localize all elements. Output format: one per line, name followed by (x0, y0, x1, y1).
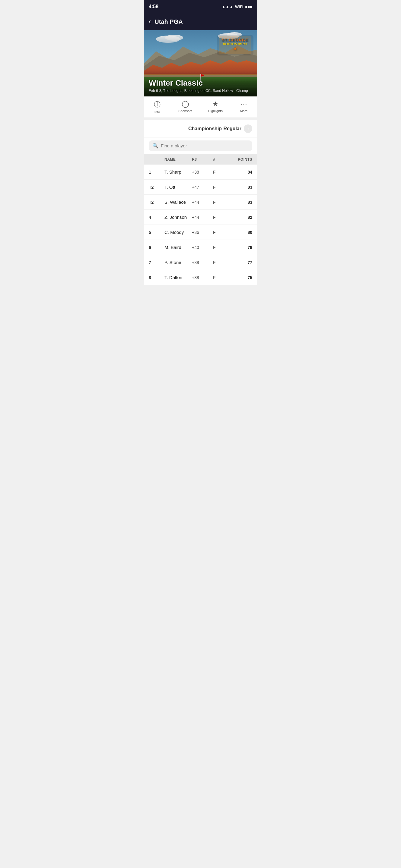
status-bar: 4:58 ▲▲▲ WiFi ■■■ (144, 0, 257, 13)
back-button[interactable]: ‹ (149, 18, 151, 26)
player-rank: T2 (149, 185, 165, 190)
player-rank: 1 (149, 170, 165, 175)
player-holes: F (213, 215, 228, 220)
hero-image: ST.GEORGE RedRockGolfTrail ☀ Winter Clas… (144, 30, 257, 96)
player-holes: F (213, 185, 228, 190)
player-rank: 7 (149, 260, 165, 265)
player-points: 80 (228, 230, 252, 235)
player-name: T. Sharp (165, 169, 192, 175)
championship-header: Championship-Regular › (144, 120, 257, 137)
logo-tagline: RedRockGolfTrail (222, 42, 249, 45)
col-holes: # (213, 157, 228, 161)
player-score: +40 (192, 245, 213, 250)
player-points: 83 (228, 185, 252, 190)
tab-more-label: More (240, 109, 248, 113)
table-row[interactable]: 5 C. Moody +36 F 80 (144, 225, 257, 240)
player-name: C. Moody (165, 230, 192, 235)
search-input[interactable] (161, 143, 249, 148)
player-points: 78 (228, 245, 252, 250)
tab-highlights[interactable]: ★ Highlights (205, 99, 226, 115)
table-row[interactable]: T2 S. Wallace +44 F 83 (144, 195, 257, 210)
col-r3: R3 (192, 157, 213, 161)
nav-tabs: ⓘ Info ◯ Sponsors ★ Highlights ⋯ More (144, 96, 257, 118)
signal-icon: ▲▲▲ (222, 4, 233, 9)
event-overlay: Winter Classic Feb 6-8, The Ledges, Bloo… (144, 72, 257, 96)
table-row[interactable]: T2 T. Ott +47 F 83 (144, 180, 257, 195)
table-row[interactable]: 1 T. Sharp +38 F 84 (144, 164, 257, 180)
table-row[interactable]: 6 M. Baird +40 F 78 (144, 240, 257, 255)
player-points: 77 (228, 260, 252, 265)
player-holes: F (213, 245, 228, 250)
player-name: P. Stone (165, 260, 192, 265)
col-points: POINTS (228, 157, 252, 161)
player-name: T. Ott (165, 184, 192, 190)
player-rank: T2 (149, 200, 165, 205)
event-subtitle: Feb 6-8, The Ledges, Bloomington CC, San… (149, 89, 252, 93)
player-score: +38 (192, 170, 213, 175)
status-time: 4:58 (149, 4, 159, 9)
player-score: +38 (192, 275, 213, 280)
wifi-icon: WiFi (235, 4, 243, 9)
player-score: +36 (192, 230, 213, 235)
player-holes: F (213, 200, 228, 205)
player-name: Z. Johnson (165, 215, 192, 220)
app-header: ‹ Utah PGA (144, 13, 257, 30)
col-name: NAME (165, 157, 192, 161)
sponsors-icon: ◯ (182, 100, 189, 108)
info-icon: ⓘ (154, 100, 161, 109)
player-points: 83 (228, 200, 252, 205)
tab-more[interactable]: ⋯ More (235, 99, 253, 115)
player-points: 84 (228, 170, 252, 175)
player-rank: 4 (149, 215, 165, 220)
more-icon: ⋯ (240, 100, 247, 108)
player-rank: 8 (149, 275, 165, 280)
player-name: T. Dalton (165, 275, 192, 280)
next-button[interactable]: › (244, 124, 252, 133)
player-score: +38 (192, 260, 213, 265)
player-holes: F (213, 170, 228, 175)
table-row[interactable]: 4 Z. Johnson +44 F 82 (144, 210, 257, 225)
search-wrapper: 🔍 (149, 141, 252, 151)
leaderboard-section: Championship-Regular › 🔍 NAME R3 # POINT… (144, 120, 257, 285)
player-name: S. Wallace (165, 199, 192, 205)
player-rank: 5 (149, 230, 165, 235)
search-icon: 🔍 (152, 143, 159, 149)
event-title: Winter Classic (149, 79, 252, 88)
logo-overlay: ST.GEORGE RedRockGolfTrail ☀ (217, 35, 254, 56)
table-row[interactable]: 7 P. Stone +38 F 77 (144, 255, 257, 270)
player-score: +44 (192, 215, 213, 220)
tab-info[interactable]: ⓘ Info (148, 99, 166, 115)
status-icons: ▲▲▲ WiFi ■■■ (222, 4, 253, 9)
player-rank: 6 (149, 245, 165, 250)
player-holes: F (213, 230, 228, 235)
header-title: Utah PGA (154, 19, 182, 25)
table-header: NAME R3 # POINTS (144, 154, 257, 164)
player-name: M. Baird (165, 245, 192, 250)
tab-sponsors-label: Sponsors (178, 109, 192, 113)
player-points: 75 (228, 275, 252, 280)
player-score: +47 (192, 185, 213, 190)
col-rank (149, 157, 165, 161)
table-row[interactable]: 8 T. Dalton +38 F 75 (144, 270, 257, 285)
highlights-icon: ★ (212, 100, 219, 108)
tab-info-label: Info (154, 110, 160, 114)
search-container: 🔍 (144, 137, 257, 154)
player-score: +44 (192, 200, 213, 205)
logo-name: ST.GEORGE (222, 38, 249, 42)
championship-title: Championship-Regular (188, 126, 241, 131)
players-list: 1 T. Sharp +38 F 84 T2 T. Ott +47 F 83 T… (144, 164, 257, 285)
player-holes: F (213, 275, 228, 280)
battery-icon: ■■■ (245, 4, 252, 9)
tab-sponsors[interactable]: ◯ Sponsors (175, 99, 196, 115)
player-holes: F (213, 260, 228, 265)
player-points: 82 (228, 215, 252, 220)
tab-highlights-label: Highlights (208, 109, 223, 113)
